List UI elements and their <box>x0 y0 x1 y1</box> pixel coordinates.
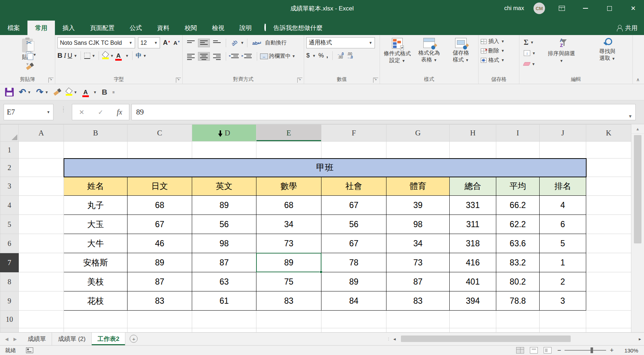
tab-split-handle[interactable]: ⋮ <box>387 337 391 341</box>
font-color-button[interactable]: A <box>115 53 122 59</box>
tab-review[interactable]: 校閱 <box>177 21 204 35</box>
underline-dropdown-icon[interactable]: ▼ <box>74 54 77 58</box>
expand-formula-bar-icon[interactable]: ▼ <box>628 114 632 119</box>
tab-view[interactable]: 檢視 <box>204 21 232 35</box>
cell-B4[interactable]: 丸子 <box>64 196 127 215</box>
ribbon-display-options-button[interactable] <box>554 2 569 14</box>
accessibility-icon[interactable] <box>26 347 33 353</box>
cell-H7[interactable]: 416 <box>450 253 496 272</box>
fill-button[interactable]: ↓▼ <box>524 49 536 57</box>
qat-font-color-button[interactable]: A▼ <box>82 90 97 95</box>
cell[interactable] <box>496 311 540 328</box>
cell[interactable] <box>540 142 586 159</box>
zoom-slider-thumb[interactable] <box>591 347 593 353</box>
cell[interactable] <box>386 142 450 159</box>
cell[interactable] <box>586 291 631 311</box>
col-header-I[interactable]: I <box>496 125 540 142</box>
minimize-button[interactable] <box>578 2 593 14</box>
cell-E7-active[interactable]: 89 <box>256 253 321 272</box>
hscroll-left-icon[interactable]: ◂ <box>393 336 396 342</box>
cell[interactable] <box>450 142 496 159</box>
insert-cells-button[interactable]: 插入▼ <box>481 38 517 45</box>
cell[interactable] <box>450 328 496 333</box>
tell-me-box[interactable]: 告訴我您想做什麼 <box>259 21 328 35</box>
sheet-nav-left-icon[interactable]: ◀ <box>5 337 8 342</box>
cell[interactable] <box>19 142 64 159</box>
cell-J6[interactable]: 5 <box>540 234 586 253</box>
sheet-tab-1[interactable]: 成績單 <box>22 333 52 345</box>
sheet-tab-3-active[interactable]: 工作表2 <box>92 333 125 345</box>
tab-file[interactable]: 檔案 <box>0 21 27 35</box>
cell-I4[interactable]: 66.2 <box>496 196 540 215</box>
cell-E9[interactable]: 83 <box>256 291 321 311</box>
cell-G8[interactable]: 87 <box>386 272 450 291</box>
cell-H8[interactable]: 401 <box>450 272 496 291</box>
orientation-button[interactable]: ab <box>229 38 239 48</box>
cell-J5[interactable]: 6 <box>540 215 586 234</box>
tab-insert[interactable]: 插入 <box>55 21 82 35</box>
col-header-G[interactable]: G <box>386 125 450 142</box>
table-header-name[interactable]: 姓名 <box>64 177 127 196</box>
phonetic-dropdown-icon[interactable]: ▼ <box>143 54 147 58</box>
font-name-combo[interactable]: Noto Sans CJK TC Bold ▼ <box>57 37 135 48</box>
col-header-K[interactable]: K <box>586 125 631 142</box>
cell[interactable] <box>19 196 64 215</box>
align-top-button[interactable] <box>185 39 197 47</box>
cell[interactable] <box>127 142 192 159</box>
cell-F4[interactable]: 67 <box>321 196 386 215</box>
cell-E6[interactable]: 73 <box>256 234 321 253</box>
decrease-indent-button[interactable]: ◂ <box>229 52 241 61</box>
merge-center-dropdown-icon[interactable]: ▼ <box>292 54 295 58</box>
horizontal-scrollbar-thumb[interactable] <box>401 335 571 342</box>
cell-C9[interactable]: 83 <box>127 291 192 311</box>
autosum-button[interactable]: Σ▼ <box>524 38 536 47</box>
cell[interactable] <box>321 328 386 333</box>
table-header-pe[interactable]: 體育 <box>386 177 450 196</box>
currency-button[interactable]: $ <box>306 52 310 59</box>
sort-filter-button[interactable]: AZ 排序與篩選▼ <box>539 37 584 75</box>
close-button[interactable]: ✕ <box>626 2 640 14</box>
user-name[interactable]: chi max <box>504 5 524 12</box>
cell[interactable] <box>192 311 256 328</box>
page-break-view-button[interactable] <box>544 347 552 354</box>
name-box[interactable]: E7 ▼ <box>4 104 53 120</box>
delete-cells-button[interactable]: 刪除▼ <box>481 47 517 54</box>
fill-color-dropdown-icon[interactable]: ▼ <box>110 54 114 58</box>
cell-H4[interactable]: 331 <box>450 196 496 215</box>
save-button[interactable] <box>5 88 14 96</box>
align-center-button[interactable] <box>198 52 210 61</box>
cell-I5[interactable]: 62.2 <box>496 215 540 234</box>
row-header-11[interactable]: 11 <box>0 328 19 333</box>
new-sheet-button[interactable]: + <box>130 335 138 343</box>
cell-C8[interactable]: 87 <box>127 272 192 291</box>
table-header-social[interactable]: 社會 <box>321 177 386 196</box>
alignment-dialog-launcher[interactable] <box>297 78 302 83</box>
row-header-3[interactable]: 3 <box>0 177 19 196</box>
align-right-button[interactable] <box>211 52 223 61</box>
vertical-scrollbar[interactable]: ▲ <box>631 124 644 332</box>
sheet-nav-right-icon[interactable]: ▶ <box>13 337 17 342</box>
cell[interactable] <box>586 234 631 253</box>
zoom-slider[interactable] <box>565 350 606 351</box>
cell-F9[interactable]: 84 <box>321 291 386 311</box>
comma-button[interactable]: , <box>327 52 328 59</box>
cell[interactable] <box>64 142 127 159</box>
cell-F8[interactable]: 89 <box>321 272 386 291</box>
cell-F5[interactable]: 56 <box>321 215 386 234</box>
table-header-japanese[interactable]: 日文 <box>127 177 192 196</box>
insert-function-icon[interactable]: fx <box>117 108 122 117</box>
percent-button[interactable]: % <box>318 52 324 59</box>
font-dialog-launcher[interactable] <box>176 78 181 83</box>
cell[interactable] <box>127 311 192 328</box>
cell[interactable] <box>586 159 631 177</box>
cell-H9[interactable]: 394 <box>450 291 496 311</box>
cell-H6[interactable]: 318 <box>450 234 496 253</box>
cell[interactable] <box>386 311 450 328</box>
copy-button[interactable]: ▼ <box>26 50 36 59</box>
tab-help[interactable]: 說明 <box>232 21 259 35</box>
share-button[interactable]: 共用 <box>617 24 637 32</box>
cell[interactable] <box>64 328 127 333</box>
decrease-font-button[interactable]: A▼ <box>173 40 180 46</box>
col-header-F[interactable]: F <box>321 125 386 142</box>
number-dialog-launcher[interactable] <box>373 78 378 83</box>
